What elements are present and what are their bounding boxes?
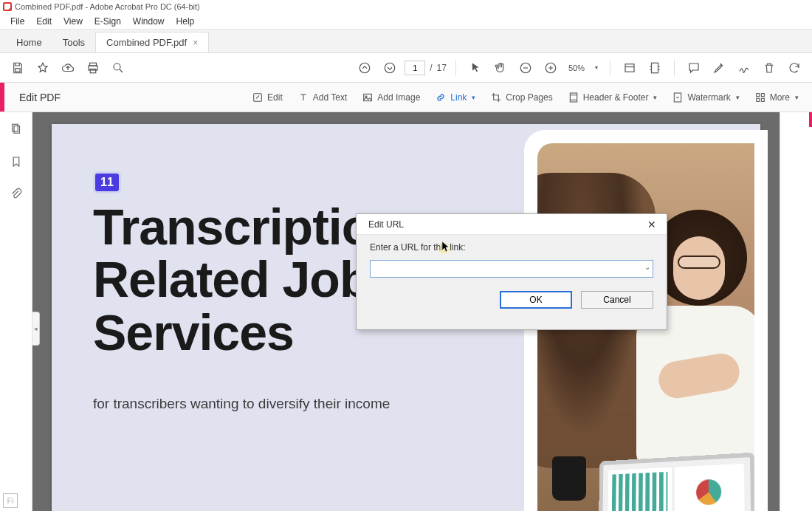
- dialog-label: Enter a URL for this link:: [370, 242, 653, 253]
- svg-rect-20: [12, 124, 18, 131]
- svg-rect-19: [761, 98, 764, 101]
- svg-rect-3: [90, 69, 96, 72]
- svg-rect-17: [761, 93, 764, 96]
- watermark-button[interactable]: Watermark▾: [666, 89, 745, 106]
- svg-point-6: [385, 63, 396, 73]
- url-input[interactable]: [370, 260, 653, 278]
- highlight-icon[interactable]: [709, 58, 729, 78]
- menu-file[interactable]: File: [4, 15, 30, 28]
- svg-rect-0: [16, 68, 20, 72]
- page-total: 17: [437, 63, 447, 73]
- svg-rect-16: [756, 93, 759, 96]
- dialog-close-icon[interactable]: ✕: [643, 217, 661, 232]
- main-toolbar: / 17 50% ▾: [0, 53, 812, 83]
- page-up-icon[interactable]: [354, 58, 375, 78]
- page-separator: /: [430, 63, 432, 73]
- search-icon[interactable]: [108, 58, 128, 78]
- window-titlebar: Combined PDF.pdf - Adobe Acrobat Pro DC …: [0, 0, 812, 13]
- menu-view[interactable]: View: [58, 15, 89, 28]
- pointer-icon[interactable]: [465, 58, 486, 78]
- tab-home[interactable]: Home: [6, 32, 52, 52]
- tab-document[interactable]: Combined PDF.pdf ×: [95, 32, 209, 52]
- delete-icon[interactable]: [759, 58, 780, 78]
- editpdf-title: Edit PDF: [4, 92, 75, 103]
- save-icon[interactable]: [7, 58, 28, 78]
- add-text-button[interactable]: Add Text: [292, 89, 353, 106]
- edit-url-dialog: Edit URL ✕ Enter a URL for this link: ⌄ …: [356, 213, 667, 330]
- page-number-input[interactable]: [405, 61, 425, 75]
- ok-button[interactable]: OK: [500, 291, 572, 309]
- tab-close-icon[interactable]: ×: [193, 38, 198, 48]
- edit-button[interactable]: Edit: [246, 89, 289, 106]
- right-rail-accent: [809, 112, 812, 127]
- svg-rect-9: [625, 64, 634, 72]
- hand-icon[interactable]: [490, 58, 511, 78]
- print-icon[interactable]: [83, 58, 103, 78]
- svg-rect-14: [570, 93, 577, 102]
- attachment-icon[interactable]: [10, 188, 23, 204]
- svg-rect-18: [756, 98, 759, 101]
- menu-help[interactable]: Help: [171, 15, 201, 28]
- app-icon: [3, 2, 12, 11]
- reload-icon[interactable]: [784, 58, 805, 78]
- zoom-caret-icon[interactable]: ▾: [592, 64, 601, 71]
- fit-page-icon[interactable]: [644, 58, 665, 78]
- crop-button[interactable]: Crop Pages: [484, 89, 558, 106]
- right-rail[interactable]: [780, 112, 812, 511]
- page-badge: 11: [93, 171, 121, 193]
- menu-edit[interactable]: Edit: [30, 15, 58, 28]
- zoom-in-icon[interactable]: [540, 58, 561, 78]
- dialog-title: Edit URL: [368, 219, 404, 230]
- fit-width-icon[interactable]: [619, 58, 640, 78]
- link-button[interactable]: Link▾: [429, 89, 481, 106]
- doc-subtitle: for transcribers wanting to diversify th…: [93, 396, 390, 412]
- cloud-upload-icon[interactable]: [58, 58, 78, 78]
- toolbar-separator: [455, 60, 456, 76]
- cursor-icon: [441, 241, 450, 256]
- collapse-handle-icon[interactable]: ◂: [32, 312, 40, 346]
- header-footer-button[interactable]: Header & Footer▾: [562, 89, 664, 106]
- menu-esign[interactable]: E-Sign: [89, 15, 127, 28]
- tab-document-label: Combined PDF.pdf: [106, 37, 187, 48]
- more-button[interactable]: More▾: [749, 89, 805, 106]
- tabbar: Home Tools Combined PDF.pdf ×: [0, 30, 812, 53]
- bookmark-icon[interactable]: [10, 155, 23, 171]
- toolbar-separator: [674, 60, 675, 76]
- menu-window[interactable]: Window: [127, 15, 171, 28]
- url-dropdown-icon[interactable]: ⌄: [644, 263, 650, 271]
- editpdf-toolbar: Edit PDF Edit Add Text Add Image Link▾ C…: [0, 83, 812, 112]
- thumbnails-icon[interactable]: [10, 123, 23, 139]
- corner-mark: Fi: [3, 493, 18, 508]
- add-image-button[interactable]: Add Image: [356, 89, 426, 106]
- toolbar-separator: [610, 60, 610, 76]
- cancel-button[interactable]: Cancel: [581, 291, 653, 309]
- zoom-out-icon[interactable]: [515, 58, 536, 78]
- svg-rect-10: [652, 63, 658, 73]
- svg-rect-12: [364, 94, 372, 100]
- star-icon[interactable]: [32, 58, 53, 78]
- zoom-level[interactable]: 50%: [565, 64, 588, 72]
- svg-rect-21: [14, 126, 20, 134]
- svg-point-5: [360, 63, 371, 73]
- menubar: File Edit View E-Sign Window Help: [0, 13, 812, 30]
- sign-icon[interactable]: [734, 58, 754, 78]
- svg-point-4: [114, 64, 120, 70]
- window-title: Combined PDF.pdf - Adobe Acrobat Pro DC …: [15, 2, 200, 11]
- left-rail: [0, 112, 32, 511]
- comment-icon[interactable]: [684, 58, 704, 78]
- page-down-icon[interactable]: [379, 58, 400, 78]
- tab-tools[interactable]: Tools: [52, 32, 95, 52]
